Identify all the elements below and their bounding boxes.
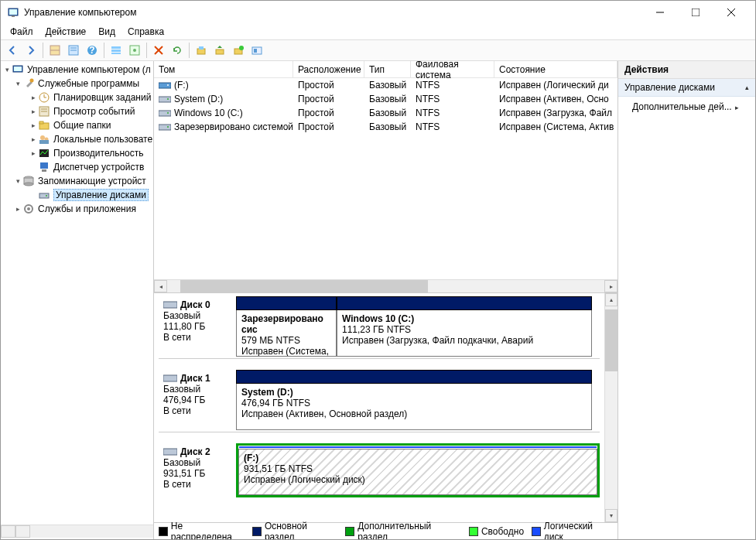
disk-info[interactable]: Диск 2 Базовый 931,51 ГБ В сети [159, 443, 236, 497]
svg-rect-38 [39, 121, 43, 124]
actions-section[interactable]: Управление дисками ▴ [618, 79, 755, 97]
volume-icon [159, 122, 171, 132]
svg-rect-52 [159, 83, 171, 88]
tree-performance[interactable]: ▸ Производительность [1, 146, 153, 160]
center-pane: Том Расположение Тип Файловая система Со… [154, 61, 617, 539]
action1-button[interactable] [193, 42, 210, 59]
svg-point-49 [46, 195, 47, 197]
svg-rect-16 [111, 53, 121, 54]
svg-text:?: ? [89, 45, 94, 56]
action4-button[interactable] [248, 42, 265, 59]
volume-row[interactable]: Зарезервировано системой Простой Базовый… [154, 120, 617, 134]
tree-scrollbar-x[interactable] [1, 525, 153, 538]
svg-rect-61 [163, 375, 177, 381]
volume-row[interactable]: System (D:) Простой Базовый NTFS Исправе… [154, 92, 617, 106]
device-mgr-icon [38, 161, 50, 173]
disk-graphical-pane: Диск 0 Базовый 111,80 ГБ В сети Зарезерв… [154, 293, 617, 522]
tree-eventviewer[interactable]: ▸ Просмотр событий [1, 104, 153, 118]
maximize-button[interactable] [678, 1, 713, 24]
col-volume[interactable]: Том [154, 61, 293, 77]
tree-storage[interactable]: ▾ Запоминающие устройст [1, 174, 153, 188]
svg-rect-43 [40, 162, 48, 169]
legend-extended: Дополнительный раздел [345, 521, 460, 540]
svg-rect-54 [159, 97, 171, 102]
tree-diskmgmt[interactable]: ▸ Управление дисками [1, 188, 153, 202]
computer-mgmt-icon [12, 63, 24, 76]
disk-info[interactable]: Диск 0 Базовый 111,80 ГБ В сети [159, 296, 236, 357]
services-icon [22, 203, 35, 215]
action3-button[interactable] [230, 42, 247, 59]
clock-icon [38, 91, 50, 104]
menu-view[interactable]: Вид [92, 25, 121, 39]
properties-button[interactable] [65, 42, 82, 59]
col-layout[interactable]: Расположение [293, 61, 364, 77]
svg-rect-1 [9, 9, 17, 15]
svg-rect-15 [111, 50, 121, 52]
svg-rect-14 [111, 46, 121, 49]
settings-button[interactable] [126, 42, 143, 59]
help-button[interactable]: ? [84, 42, 101, 59]
tree-services[interactable]: ▸ Службы и приложения [1, 202, 153, 216]
forward-button[interactable] [22, 42, 39, 59]
delete-button[interactable] [150, 42, 167, 59]
partition[interactable]: Зарезервировано сис 579 МБ NTFS Исправен… [236, 310, 337, 357]
disk-mgmt-icon [38, 189, 50, 201]
disk-block: Диск 1 Базовый 476,94 ГБ В сети System (… [159, 370, 600, 432]
svg-point-51 [27, 207, 30, 210]
close-button[interactable] [713, 1, 749, 24]
col-type[interactable]: Тип [364, 61, 411, 77]
window-title: Управление компьютером [24, 7, 642, 18]
col-filesystem[interactable]: Файловая система [411, 61, 494, 77]
partition[interactable]: (F:) 931,51 ГБ NTFS Исправен (Логический… [238, 449, 597, 495]
tree-sharedfolders[interactable]: ▸ Общие папки [1, 118, 153, 132]
svg-point-30 [30, 79, 34, 83]
volume-icon [159, 108, 171, 118]
svg-rect-21 [197, 49, 205, 54]
back-button[interactable] [4, 42, 21, 59]
performance-icon [38, 147, 50, 159]
volume-scrollbar-x[interactable]: ◂▸ [154, 279, 617, 292]
event-log-icon [38, 105, 50, 118]
storage-icon [22, 175, 35, 187]
disk-scrollbar-y[interactable]: ▴▾ [604, 293, 617, 522]
view-list-button[interactable] [108, 42, 125, 59]
minimize-button[interactable] [642, 1, 678, 24]
tree-root[interactable]: ▾ Управление компьютером (л [1, 63, 153, 77]
svg-rect-56 [159, 111, 171, 116]
refresh-button[interactable] [169, 42, 186, 59]
col-status[interactable]: Состояние [494, 61, 617, 77]
svg-rect-44 [42, 169, 46, 172]
disk-icon [163, 447, 177, 456]
partition[interactable]: Windows 10 (C:) 111,23 ГБ NTFS Исправен … [337, 310, 592, 357]
partition[interactable]: System (D:) 476,94 ГБ NTFS Исправен (Акт… [236, 384, 592, 430]
svg-point-59 [167, 126, 169, 128]
folder-share-icon [38, 119, 50, 132]
volume-row[interactable]: Windows 10 (C:) Простой Базовый NTFS Исп… [154, 106, 617, 120]
disk-info[interactable]: Диск 1 Базовый 476,94 ГБ В сети [159, 370, 236, 430]
tree-devicemgr[interactable]: ▸ Диспетчер устройств [1, 160, 153, 174]
menu-help[interactable]: Справка [121, 25, 170, 39]
disk-block: Диск 0 Базовый 111,80 ГБ В сети Зарезерв… [159, 296, 600, 359]
actions-more[interactable]: Дополнительные дей...▸ [618, 97, 755, 117]
svg-rect-48 [39, 193, 49, 198]
show-hide-tree-button[interactable] [46, 42, 63, 59]
svg-rect-58 [159, 125, 171, 130]
tree-localusers[interactable]: ▸ Локальные пользовате [1, 132, 153, 146]
toolbar: ? [1, 39, 755, 61]
window-buttons [642, 1, 749, 24]
tree-systools[interactable]: ▾ Служебные программы [1, 77, 153, 91]
action2-button[interactable] [211, 42, 228, 59]
svg-point-39 [40, 135, 45, 140]
volume-list: Том Расположение Тип Файловая система Со… [154, 61, 617, 293]
svg-rect-27 [254, 49, 257, 53]
svg-rect-60 [163, 302, 177, 308]
volume-row[interactable]: (F:) Простой Базовый NTFS Исправен (Логи… [154, 78, 617, 92]
tree-scheduler[interactable]: ▸ Планировщик заданий [1, 91, 153, 104]
svg-rect-41 [39, 140, 49, 144]
menu-action[interactable]: Действие [39, 25, 93, 39]
legend-logical: Логический диск [532, 521, 613, 540]
actions-pane: Действия Управление дисками ▴ Дополнител… [617, 61, 755, 539]
volume-list-header: Том Расположение Тип Файловая система Со… [154, 61, 617, 78]
menu-file[interactable]: Файл [4, 25, 39, 39]
chevron-right-icon: ▸ [735, 104, 739, 111]
